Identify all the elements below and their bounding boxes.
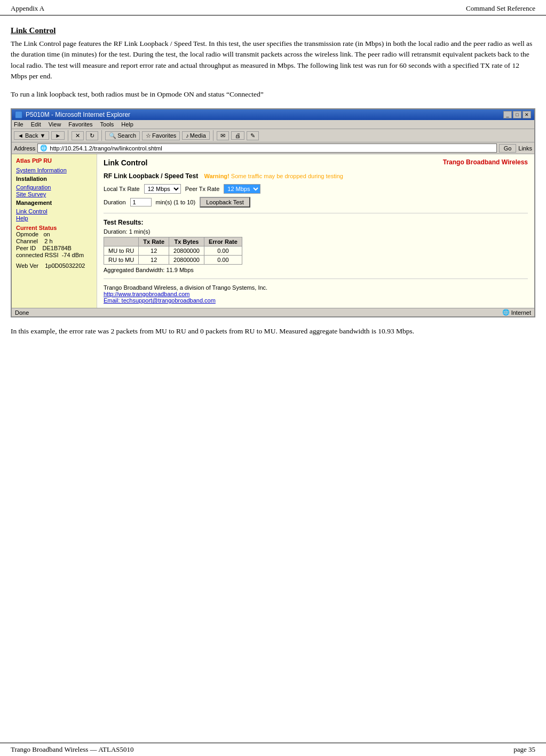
- sidebar-system-section: System Information: [16, 167, 92, 173]
- sidebar-current-status: Current Status Opmode on Channel 2 h Pee…: [16, 225, 92, 269]
- opmode-row: Opmode on: [16, 231, 92, 237]
- browser-window: P5010M - Microsoft Internet Explorer _ □…: [11, 108, 535, 317]
- sidebar-config-link[interactable]: Configuration: [16, 184, 92, 190]
- sidebar-installation-section: Installation: [16, 176, 92, 182]
- rf-warning: Warning! Some traffic may be dropped dur…: [204, 173, 343, 179]
- main-panel: Link Control Trango Broadband Wireless R…: [97, 154, 534, 308]
- status-right: Internet: [511, 309, 531, 316]
- forward-button[interactable]: ►: [51, 131, 65, 140]
- refresh-button[interactable]: ↻: [86, 131, 98, 140]
- browser-icon: [15, 111, 22, 118]
- sidebar-config-section: Configuration Site Survey: [16, 184, 92, 197]
- peer-tx-select[interactable]: 12 Mbps: [224, 184, 260, 194]
- address-label: Address: [14, 145, 35, 152]
- duration-unit: min(s) (1 to 10): [156, 199, 196, 205]
- stop-button[interactable]: ✕: [72, 131, 84, 140]
- toolbar-btn-misc2[interactable]: 🖨: [231, 131, 244, 140]
- results-title: Test Results:: [104, 219, 528, 226]
- webver-value: 1p0D05032202: [45, 262, 85, 269]
- connected-label: connected RSSI: [16, 252, 59, 258]
- search-button[interactable]: 🔍 Search: [105, 131, 140, 140]
- menu-view[interactable]: View: [49, 121, 61, 128]
- maximize-button[interactable]: □: [513, 111, 521, 118]
- webver-label: Web Ver: [16, 262, 38, 269]
- rf-title: RF Link Loopback / Speed Test: [104, 172, 198, 180]
- toolbar-btn-misc3[interactable]: ✎: [247, 131, 259, 140]
- menu-help[interactable]: Help: [121, 121, 133, 128]
- sidebar-management-section: Management: [16, 200, 92, 206]
- management-label: Management: [16, 200, 52, 206]
- results-section: Test Results: Duration: 1 min(s) Tx Rate…: [104, 219, 528, 279]
- row-errorrate: 0.00: [204, 256, 242, 265]
- row-txbytes: 20800000: [169, 246, 204, 256]
- close-button[interactable]: ✕: [523, 111, 531, 118]
- channel-row: Channel 2 h: [16, 238, 92, 244]
- rf-header-row: RF Link Loopback / Speed Test Warning! S…: [104, 172, 528, 180]
- links-button[interactable]: Links: [518, 145, 532, 152]
- channel-label: Channel: [16, 238, 38, 244]
- toolbar-sep-3: [213, 130, 213, 141]
- company-name: Trango Broadband Wireless, a division of…: [104, 284, 528, 291]
- page-footer: Trango Broadband Wireless — ATLAS5010 pa…: [0, 743, 546, 756]
- browser-title: P5010M - Microsoft Internet Explorer: [26, 111, 130, 118]
- browser-toolbar: ◄ Back ▼ ► ✕ ↻ 🔍 Search ☆ Favorites ♪ Me…: [12, 129, 534, 142]
- connected-value: -74 dBm: [62, 252, 84, 258]
- footer-links: Trango Broadband Wireless, a division of…: [104, 284, 528, 304]
- page-header: Appendix A Command Set Reference: [0, 0, 546, 15]
- results-table: Tx Rate Tx Bytes Error Rate MU to RU 12 …: [104, 237, 242, 265]
- status-internet: 🌐 Internet: [502, 309, 531, 316]
- minimize-button[interactable]: _: [503, 111, 512, 118]
- row-txbytes: 20800000: [169, 256, 204, 265]
- local-tx-select[interactable]: 12 Mbps: [144, 184, 181, 194]
- address-input[interactable]: 🌐 http://10.254.1.2/trango/rw/linkcontro…: [37, 144, 496, 153]
- opmode-value: on: [43, 231, 50, 237]
- current-status-title: Current Status: [16, 225, 92, 231]
- table-row: RU to MU 12 20800000 0.00: [104, 256, 242, 265]
- menu-file[interactable]: File: [14, 121, 23, 128]
- browser-addressbar: Address 🌐 http://10.254.1.2/trango/rw/li…: [12, 142, 534, 154]
- media-button[interactable]: ♪ Media: [182, 131, 209, 140]
- sidebar-help-link[interactable]: Help: [16, 215, 92, 221]
- rf-warning-bold: Warning!: [204, 173, 229, 179]
- duration-input[interactable]: [130, 198, 152, 206]
- duration-row: Duration min(s) (1 to 10) Loopback Test: [104, 197, 528, 208]
- row-txrate: 12: [139, 246, 169, 256]
- address-url: http://10.254.1.2/trango/rw/linkcontrol.…: [50, 145, 162, 152]
- sidebar-mgmt-links: Link Control Help: [16, 208, 92, 221]
- menu-tools[interactable]: Tools: [100, 121, 114, 128]
- panel-header: Link Control Trango Broadband Wireless: [104, 158, 528, 167]
- row-txrate: 12: [139, 256, 169, 265]
- connected-row: connected RSSI -74 dBm: [16, 252, 92, 258]
- sidebar-survey-link[interactable]: Site Survey: [16, 191, 92, 197]
- sidebar-linkcontrol-link[interactable]: Link Control: [16, 208, 92, 214]
- browser-statusbar: Done 🌐 Internet: [12, 308, 534, 316]
- after-text: In this example, the error rate was 2 pa…: [11, 326, 535, 337]
- sidebar-system-link[interactable]: System Information: [16, 167, 92, 173]
- sidebar-title: Atlas PtP RU: [16, 157, 92, 164]
- toolbar-btn-misc1[interactable]: ✉: [217, 131, 229, 140]
- duration-label: Duration: [104, 199, 126, 205]
- header-right: Command Set Reference: [466, 4, 535, 13]
- installation-label: Installation: [16, 176, 47, 182]
- peer-id-row: Peer ID DE1B784B: [16, 245, 92, 251]
- col-header-errorrate: Error Rate: [204, 237, 242, 246]
- panel-brand: Trango Broadband Wireless: [443, 158, 528, 166]
- col-header-txrate: Tx Rate: [139, 237, 169, 246]
- browser-controls[interactable]: _ □ ✕: [503, 111, 531, 118]
- row-label: MU to RU: [104, 246, 139, 256]
- browser-titlebar: P5010M - Microsoft Internet Explorer _ □…: [12, 109, 534, 120]
- row-errorrate: 0.00: [204, 246, 242, 256]
- peer-tx-label: Peer Tx Rate: [185, 186, 220, 192]
- tx-rate-row: Local Tx Rate 12 Mbps Peer Tx Rate 12 Mb…: [104, 184, 528, 194]
- favorites-button[interactable]: ☆ Favorites: [142, 131, 180, 140]
- back-button[interactable]: ◄ Back ▼: [14, 131, 49, 140]
- menu-edit[interactable]: Edit: [31, 121, 41, 128]
- peer-id-label: Peer ID: [16, 245, 36, 251]
- toolbar-sep-2: [101, 130, 102, 141]
- go-button[interactable]: Go: [499, 144, 517, 153]
- website-link[interactable]: http://www.trangobroadband.com: [104, 291, 528, 297]
- browser-content: Atlas PtP RU System Information Installa…: [12, 154, 534, 308]
- email-link[interactable]: Email: techsupport@trangobroadband.com: [104, 297, 528, 304]
- loopback-test-button[interactable]: Loopback Test: [200, 197, 250, 208]
- menu-favorites[interactable]: Favorites: [68, 121, 92, 128]
